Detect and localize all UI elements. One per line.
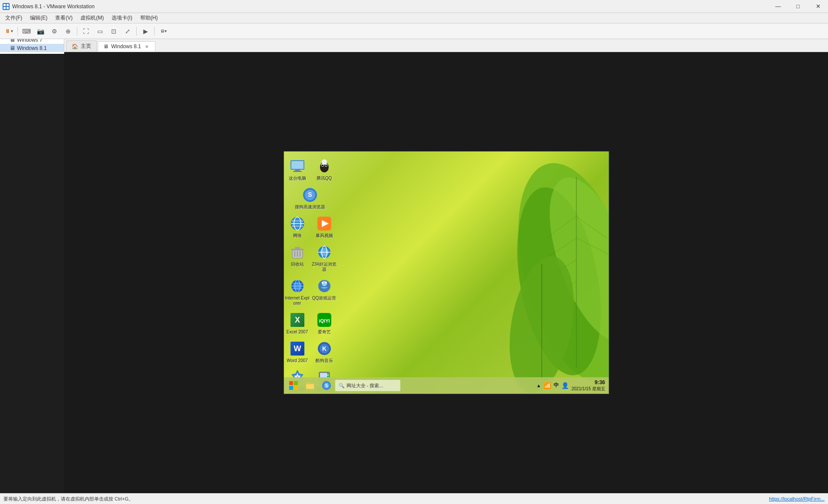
settings-button[interactable]: ⚙ [48, 25, 60, 37]
svg-rect-78 [289, 381, 293, 385]
minimize-button[interactable]: — [768, 0, 788, 13]
excel-icon: X [289, 311, 306, 329]
svg-rect-81 [294, 386, 298, 390]
search-icon: 🔍 [339, 383, 345, 389]
tab-windows81[interactable]: 🖥 Windows 8.1 ✕ [98, 41, 155, 52]
vm-desktop[interactable]: 这台电脑 [284, 151, 609, 394]
tray-user[interactable]: 👤 [561, 382, 569, 389]
network-label: 网络 [293, 233, 302, 238]
tab-home[interactable]: 🏠 主页 [66, 40, 97, 52]
toolbar: ⏸ ▾ ⌨ 📷 ⚙ ⊕ ⛶ ▭ ⊡ ⤢ ▶ 🖥▾ [0, 23, 828, 39]
desktop-icons: 这台电脑 [284, 152, 340, 394]
icon-row-1: 这台电脑 [284, 156, 340, 183]
desktop-icon-ie[interactable]: Internet Explorer [284, 276, 311, 308]
svg-rect-18 [291, 161, 303, 169]
tray-network[interactable]: 📶 [544, 382, 551, 389]
svg-text:W: W [294, 344, 301, 353]
vm-content[interactable]: 这台电脑 [64, 52, 828, 493]
icon-row-5: X Excel 2007 iQIYI 爱奇艺 [284, 310, 340, 336]
menu-view[interactable]: 查看(V) [52, 13, 76, 23]
svg-rect-20 [293, 171, 302, 172]
tab-close-button[interactable]: ✕ [144, 44, 150, 49]
computer-icon [289, 158, 306, 175]
play-button[interactable]: ▶ [139, 25, 152, 37]
window-title: Windows 8.1 - VMware Workstation [12, 3, 768, 10]
qqgame-label: QQ游戏运营 [312, 296, 336, 301]
toolbar-separator [17, 27, 18, 36]
toolbar-separator-3 [136, 27, 137, 36]
desktop-icon-qqgame[interactable]: QQ游戏运营 [311, 276, 338, 308]
resize-button[interactable]: ⤢ [122, 25, 134, 37]
clock: 9:36 2021/1/15 星期五 [571, 379, 605, 392]
qqgame-icon [316, 277, 333, 295]
tab-home-label: 主页 [81, 43, 91, 50]
options-button[interactable]: ⊕ [62, 25, 74, 37]
network-icon [289, 215, 306, 232]
pause-button[interactable]: ⏸ ▾ [3, 25, 15, 37]
clock-time: 9:36 [571, 379, 605, 386]
desktop-icon-storm[interactable]: 暴风视频 [311, 213, 338, 240]
svg-rect-1 [7, 4, 9, 6]
desktop-icon-sogou[interactable]: S 搜狗高速浏览器 [284, 184, 336, 211]
svg-point-26 [325, 165, 327, 166]
svg-rect-0 [3, 4, 6, 6]
window-controls: — □ ✕ [768, 0, 828, 13]
svg-rect-3 [7, 7, 9, 9]
clock-date: 2021/1/15 星期五 [571, 386, 605, 392]
storm-label: 暴风视频 [316, 233, 333, 238]
desktop-icon-ie-new[interactable]: 234好运浏览器 [311, 242, 338, 274]
taskbar-search[interactable]: 🔍 网址大全 - 搜索... [335, 380, 400, 391]
send-key-button[interactable]: ⌨ [20, 25, 33, 37]
menu-vm[interactable]: 虚拟机(M) [77, 13, 107, 23]
icon-row-3: 回收站 234好运浏览器 [284, 242, 340, 274]
recycle-icon [289, 244, 306, 261]
tray-lang[interactable]: 中 [554, 382, 559, 389]
svg-point-55 [322, 281, 327, 286]
desktop-icon-computer[interactable]: 这台电脑 [284, 156, 311, 183]
split-button[interactable]: ▭ [94, 25, 106, 37]
desktop-icon-kugou[interactable]: K 酷狗音乐 [311, 338, 338, 365]
fit-button[interactable]: ⊡ [108, 25, 120, 37]
view-dropdown[interactable]: 🖥▾ [157, 25, 169, 37]
sidebar-item-windows81[interactable]: 🖥 Windows 8.1 [0, 44, 64, 52]
kugou-label: 酷狗音乐 [316, 358, 333, 363]
desktop-icon-excel[interactable]: X Excel 2007 [284, 310, 311, 336]
svg-point-76 [327, 373, 329, 375]
svg-text:S: S [308, 191, 312, 198]
svg-rect-2 [3, 7, 6, 9]
taskbar-tray: ▲ 📶 中 👤 9:36 2021/1/15 星期五 [536, 379, 607, 392]
excel-label: Excel 2007 [287, 329, 308, 335]
desktop-icon-recycle[interactable]: 回收站 [284, 242, 311, 274]
iqiyi-label: 爱奇艺 [318, 329, 331, 335]
iqiyi-icon: iQIYI [316, 311, 333, 329]
toolbar-separator-2 [77, 27, 77, 36]
fullscreen-button[interactable]: ⛶ [80, 25, 92, 37]
app-icon [3, 3, 10, 10]
tab-vm-label: Windows 8.1 [111, 43, 141, 49]
menu-tab[interactable]: 选项卡(I) [108, 13, 135, 23]
desktop-icon-qq[interactable]: 腾讯QQ [311, 156, 338, 183]
svg-text:K: K [322, 345, 326, 352]
menu-file[interactable]: 文件(F) [2, 13, 26, 23]
qq-icon [316, 158, 333, 175]
status-bar: 要将输入定向到此虚拟机，请在虚拟机内部单击或按 Ctrl+G。 https://… [0, 493, 828, 504]
svg-rect-80 [289, 386, 293, 390]
close-button[interactable]: ✕ [808, 0, 828, 13]
icon-row-sogou: S 搜狗高速浏览器 [284, 184, 340, 211]
maximize-button[interactable]: □ [788, 0, 808, 13]
start-button[interactable] [286, 378, 301, 393]
menu-bar: 文件(F) 编辑(E) 查看(V) 虚拟机(M) 选项卡(I) 帮助(H) [0, 13, 828, 23]
screenshot-button[interactable]: 📷 [34, 25, 46, 37]
desktop-icon-word[interactable]: W Word 2007 [284, 338, 311, 365]
ie-icon [289, 277, 306, 295]
tray-arrow[interactable]: ▲ [536, 383, 541, 388]
menu-help[interactable]: 帮助(H) [137, 13, 162, 23]
menu-edit[interactable]: 编辑(E) [26, 13, 51, 23]
ie-new-icon [316, 244, 333, 261]
desktop-icon-iqiyi[interactable]: iQIYI 爱奇艺 [311, 310, 338, 336]
status-link[interactable]: https://localhost/RtpFirm... [769, 496, 825, 501]
desktop-icon-network[interactable]: 网络 [284, 213, 311, 240]
sidebar-item-label-win81: Windows 8.1 [17, 45, 47, 51]
taskbar-sogou[interactable]: S [319, 378, 334, 393]
taskbar-folder[interactable] [302, 378, 318, 393]
